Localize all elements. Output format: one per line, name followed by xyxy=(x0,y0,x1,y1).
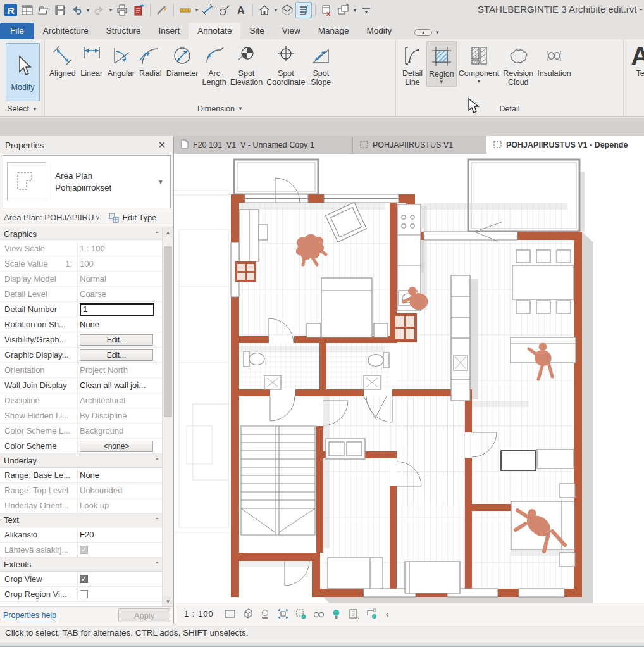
dimension-tool-linear[interactable]: Linear xyxy=(78,41,106,79)
collapse-icon[interactable]: ˆ xyxy=(156,457,158,465)
dropdown-caret-icon[interactable]: ▾ xyxy=(85,8,91,13)
temporary-view-properties-icon[interactable] xyxy=(347,606,362,621)
detail-tool-revision-cloud[interactable]: Revision Cloud xyxy=(501,41,535,88)
sun-shadows-icon[interactable] xyxy=(258,606,273,621)
floor-plan[interactable] xyxy=(174,154,644,624)
schedule-icon[interactable] xyxy=(295,2,312,18)
minimize-ribbon-icon[interactable] xyxy=(358,2,375,18)
section-header-extents[interactable]: Extentsˆ xyxy=(0,558,162,572)
type-selector[interactable]: Area Plan Pohjapiirrokset ▼ xyxy=(3,155,171,208)
scrollbar-thumb[interactable] xyxy=(164,246,172,417)
property-value[interactable]: Clean all wall joi... xyxy=(80,380,146,390)
scroll-down-icon[interactable]: ▼ xyxy=(163,596,173,606)
dimension-group-label[interactable]: Dimension▼ xyxy=(45,101,395,116)
temporary-hide-icon[interactable] xyxy=(311,606,326,621)
visual-style-icon[interactable] xyxy=(240,606,256,621)
view-organizer-icon[interactable] xyxy=(19,2,35,18)
close-icon[interactable]: ✕ xyxy=(156,139,168,151)
scroll-up-icon[interactable]: ▲ xyxy=(163,227,173,237)
dropdown-caret-icon[interactable]: ▾ xyxy=(194,8,200,13)
ribbon-tab-structure[interactable]: Structure xyxy=(97,23,150,39)
dimension-tool-spot-coordinate[interactable]: Spot Coordinate xyxy=(264,41,307,88)
print-icon[interactable] xyxy=(114,2,130,18)
dimension-ruler-icon[interactable] xyxy=(177,2,194,18)
detail-level-icon[interactable] xyxy=(223,606,238,621)
view-type-dropdown[interactable]: Area Plan: POHJAPIIRU xyxy=(4,213,94,222)
text-tool-button[interactable]: A Te xyxy=(626,41,644,79)
ribbon-display-toggle[interactable]: ▲▼ xyxy=(414,29,440,36)
redo-icon[interactable] xyxy=(91,2,108,18)
ribbon-tab-architecture[interactable]: Architecture xyxy=(34,23,97,39)
ribbon-tab-manage[interactable]: Manage xyxy=(309,23,358,39)
properties-help-link[interactable]: Properties help xyxy=(3,611,56,620)
property-value[interactable]: None xyxy=(80,320,99,329)
switch-windows-icon[interactable] xyxy=(335,2,352,18)
desk-selected[interactable] xyxy=(501,451,536,470)
section-header-graphics[interactable]: Graphicsˆ xyxy=(0,227,162,241)
dimension-tool-diameter[interactable]: Diameter xyxy=(164,41,201,79)
section-header-underlay[interactable]: Underlayˆ xyxy=(0,454,162,468)
tag-icon[interactable] xyxy=(216,2,233,18)
ribbon-tab-modify[interactable]: Modify xyxy=(357,23,400,39)
detail-tool-detail-line[interactable]: Detail Line xyxy=(399,41,426,88)
aligned-dimension-icon[interactable] xyxy=(200,2,216,18)
property-value[interactable]: None xyxy=(80,470,99,480)
apply-button[interactable]: Apply xyxy=(118,608,170,622)
section-header-text[interactable]: Textˆ xyxy=(0,513,162,527)
property-button[interactable]: Edit... xyxy=(80,334,153,346)
chevron-down-icon[interactable]: ∨ xyxy=(95,213,100,222)
save-icon[interactable] xyxy=(52,2,68,18)
analytical-model-icon[interactable] xyxy=(364,606,380,621)
close-hidden-windows-icon[interactable]: x xyxy=(319,2,335,18)
dimension-tool-angular[interactable]: Angular xyxy=(106,41,137,79)
ribbon-tab-view[interactable]: View xyxy=(273,23,309,39)
open-folder-icon[interactable] xyxy=(35,2,52,18)
property-value[interactable]: F20 xyxy=(80,530,94,539)
scrollbar-track[interactable] xyxy=(163,237,173,596)
property-input[interactable]: 1 xyxy=(80,303,154,316)
dropdown-caret-icon[interactable]: ▾ xyxy=(273,8,279,13)
collapse-icon[interactable]: ˆ xyxy=(156,561,158,568)
measure-icon[interactable] xyxy=(154,2,170,18)
property-checkbox[interactable]: ✓ xyxy=(80,575,88,583)
detail-tool-region[interactable]: Region▼ xyxy=(426,41,457,87)
dimension-tool-spot-slope[interactable]: Spot Slope xyxy=(307,41,335,88)
dimension-tool-radial[interactable]: Radial xyxy=(137,41,164,79)
property-button[interactable]: Edit... xyxy=(80,349,153,361)
chevron-left-icon[interactable]: ‹ xyxy=(386,608,389,619)
view-tab-1[interactable]: F20 101_V1_V - Unnamed Copy 1 xyxy=(174,136,353,154)
ribbon-tab-site[interactable]: Site xyxy=(240,23,273,39)
transfer-standards-icon[interactable] xyxy=(130,2,147,18)
property-checkbox[interactable] xyxy=(80,590,88,598)
crop-region-icon[interactable] xyxy=(294,606,309,621)
drawing-area[interactable]: 1 : 100 ‹ xyxy=(174,154,644,624)
home-icon[interactable] xyxy=(256,2,273,18)
collapse-icon[interactable]: ˆ xyxy=(156,230,158,238)
edit-type-button[interactable]: Edit Type xyxy=(109,213,156,223)
properties-scrollbar[interactable]: ▲ ▼ xyxy=(162,227,173,606)
reveal-hidden-icon[interactable] xyxy=(329,606,344,621)
dimension-tool-arc-length[interactable]: Arc Length xyxy=(201,41,228,88)
dimension-tool-spot-elevation[interactable]: Spot Elevation xyxy=(228,41,264,88)
revit-logo-icon[interactable]: R xyxy=(3,2,19,18)
ribbon-tab-annotate[interactable]: Annotate xyxy=(189,23,240,39)
select-group-label[interactable]: Select▼ xyxy=(0,101,44,116)
text-note-icon[interactable]: A xyxy=(233,2,249,18)
dropdown-caret-icon[interactable]: ▾ xyxy=(108,8,114,13)
ribbon-tab-insert[interactable]: Insert xyxy=(150,23,189,39)
collapse-icon[interactable]: ˆ xyxy=(156,517,158,524)
ribbon-tab-file[interactable]: File xyxy=(0,23,34,39)
view-tab-3[interactable]: POHJAPIIRUSTUS V1 - Depende xyxy=(486,136,644,154)
property-button[interactable]: <none> xyxy=(80,441,153,452)
scale-button[interactable]: 1 : 100 xyxy=(184,609,214,619)
dimension-tool-aligned[interactable]: Aligned xyxy=(47,41,78,79)
undo-icon[interactable] xyxy=(68,2,85,18)
view-tab-2[interactable]: POHJAPIIRUSTUS V1 xyxy=(353,136,486,154)
detail-tool-component[interactable]: Component▼ xyxy=(457,41,502,85)
detail-tool-insulation[interactable]: Insulation xyxy=(535,41,573,79)
modify-button[interactable]: Modify xyxy=(6,43,40,101)
dropdown-caret-icon[interactable]: ▾ xyxy=(352,8,358,13)
plan-region-icon[interactable] xyxy=(279,2,295,18)
chevron-down-icon[interactable]: ▼ xyxy=(158,179,166,185)
crop-view-icon[interactable] xyxy=(276,606,291,621)
